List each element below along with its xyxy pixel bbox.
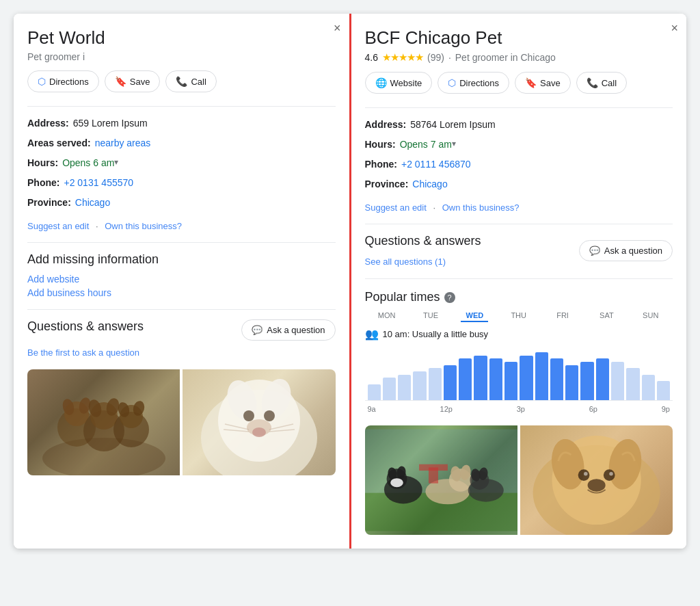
chart-bar-11[interactable] — [535, 352, 548, 400]
left-save-button[interactable]: 🔖 Save — [105, 70, 161, 92]
chart-bar-15[interactable] — [596, 358, 609, 400]
day-label-wed[interactable]: WED — [461, 311, 488, 322]
right-call-button[interactable]: 📞 Call — [576, 72, 627, 94]
right-qa-header: Questions & answers See all questions (1… — [365, 234, 673, 267]
days-row: MONTUEWEDTHUFRISATSUN — [365, 311, 673, 322]
bookmark-icon: 🔖 — [115, 76, 126, 87]
add-missing-title: Add missing information — [27, 252, 336, 267]
day-label-thu[interactable]: THU — [505, 311, 533, 322]
left-suggest-edit-link[interactable]: Suggest an edit — [27, 221, 89, 231]
left-province-row: Province: Chicago — [27, 196, 336, 210]
chart-bar-6[interactable] — [459, 358, 472, 400]
chart-bar-2[interactable] — [398, 375, 411, 400]
golden-dog-silhouette — [520, 425, 673, 535]
chart-bar-18[interactable] — [642, 375, 655, 400]
right-close-button[interactable]: × — [671, 22, 678, 34]
right-see-all-link[interactable]: See all questions (1) — [365, 256, 446, 267]
day-label-fri[interactable]: FRI — [549, 311, 576, 322]
chart-bar-10[interactable] — [520, 356, 533, 400]
right-province-row: Province: Chicago — [365, 177, 673, 192]
time-label-9a: 9a — [368, 405, 376, 413]
left-qa-header: Questions & answers 💬 Ask a question — [27, 319, 336, 341]
left-info-section: Address: 659 Lorem Ipsum Areas served: n… — [27, 116, 336, 210]
phone-icon: 📞 — [176, 76, 187, 87]
chart-bar-13[interactable] — [565, 365, 578, 400]
left-action-buttons: ⬡ Directions 🔖 Save 📞 Call — [27, 70, 336, 92]
help-icon[interactable]: ? — [444, 292, 455, 303]
left-photo-2[interactable] — [183, 369, 335, 475]
svg-point-49 — [609, 472, 613, 476]
day-label-sun[interactable]: SUN — [637, 311, 664, 322]
left-own-business-link[interactable]: Own this business? — [105, 221, 182, 231]
chart-bar-1[interactable] — [383, 378, 396, 400]
chart-bar-12[interactable] — [550, 358, 563, 400]
right-phone-link[interactable]: +2 0111 456870 — [401, 157, 471, 172]
time-label-3p: 3p — [517, 405, 525, 413]
day-label-tue[interactable]: TUE — [417, 311, 444, 322]
left-business-type: Pet groomer i — [27, 51, 336, 62]
left-phone-link[interactable]: +2 0131 455570 — [64, 176, 133, 190]
right-photos-grid — [365, 425, 673, 535]
left-qa-section: Questions & answers 💬 Ask a question Be … — [27, 319, 336, 358]
right-province-link[interactable]: Chicago — [412, 177, 447, 192]
day-label-sat[interactable]: SAT — [593, 311, 620, 322]
left-photo-1[interactable] — [27, 369, 180, 475]
day-label-mon[interactable]: MON — [373, 311, 401, 322]
left-areas-link[interactable]: nearby areas — [95, 136, 151, 150]
right-photo-1[interactable] — [365, 425, 517, 535]
right-stars: ★★★★★ — [382, 51, 423, 64]
time-labels: 9a12p3p6p9p — [365, 404, 673, 414]
directions-icon: ⬡ — [38, 76, 46, 87]
right-address-row: Address: 58764 Lorem Ipsum — [365, 118, 673, 132]
busy-info: 👥 10 am: Usually a little busy — [365, 328, 673, 341]
directions-icon: ⬡ — [448, 77, 456, 88]
left-call-button[interactable]: 📞 Call — [165, 70, 216, 92]
chart-bar-8[interactable] — [489, 358, 502, 400]
chart-bar-14[interactable] — [580, 362, 593, 400]
right-save-button[interactable]: 🔖 Save — [515, 72, 571, 94]
right-ask-button[interactable]: 💬 Ask a question — [579, 240, 673, 261]
right-website-button[interactable]: 🌐 Website — [365, 72, 433, 94]
left-hours-row: Hours: Opens 6 am ▾ — [27, 156, 336, 170]
left-close-button[interactable]: × — [334, 22, 341, 34]
left-address-row: Address: 659 Lorem Ipsum — [27, 116, 336, 131]
chart-container — [365, 346, 673, 401]
left-hours-toggle[interactable]: ▾ — [114, 156, 118, 170]
chart-bar-7[interactable] — [474, 356, 487, 400]
chart-bar-5[interactable] — [444, 365, 457, 400]
svg-point-31 — [390, 478, 403, 487]
right-rating-row: 4.6 ★★★★★ (99) · Pet groomer in Chicago — [365, 51, 673, 64]
svg-rect-41 — [419, 464, 448, 471]
left-ask-button[interactable]: 💬 Ask a question — [241, 319, 335, 341]
add-hours-link[interactable]: Add business hours — [27, 287, 336, 298]
right-directions-button[interactable]: ⬡ Directions — [438, 72, 509, 94]
chart-bar-16[interactable] — [611, 362, 624, 400]
svg-point-47 — [604, 469, 615, 481]
left-areas-row: Areas served: nearby areas — [27, 136, 336, 150]
left-divider-3 — [27, 309, 336, 310]
right-hours-toggle[interactable]: ▾ — [452, 137, 456, 152]
dog-silhouette-1 — [29, 369, 179, 475]
svg-point-17 — [243, 410, 254, 421]
left-directions-button[interactable]: ⬡ Directions — [27, 70, 99, 92]
right-business-type: · — [448, 52, 451, 63]
left-province-link[interactable]: Chicago — [75, 196, 110, 210]
chart-bar-17[interactable] — [626, 368, 639, 400]
right-photo-2[interactable] — [520, 425, 673, 535]
svg-point-20 — [252, 427, 266, 437]
add-missing-section: Add missing information Add website Add … — [27, 252, 336, 298]
right-action-buttons: 🌐 Website ⬡ Directions 🔖 Save 📞 Call — [365, 72, 673, 94]
chart-bar-19[interactable] — [657, 381, 670, 400]
right-qa-section: Questions & answers See all questions (1… — [365, 234, 673, 267]
chart-bar-9[interactable] — [504, 362, 517, 400]
chat-icon: 💬 — [252, 325, 262, 335]
add-website-link[interactable]: Add website — [27, 274, 336, 285]
right-divider-1 — [365, 107, 673, 108]
right-suggest-edit-link[interactable]: Suggest an edit — [365, 202, 427, 213]
left-first-ask-link[interactable]: Be the first to ask a question — [27, 347, 139, 358]
chart-bar-0[interactable] — [368, 384, 381, 400]
right-own-business-link[interactable]: Own this business? — [442, 202, 520, 213]
chart-bar-4[interactable] — [429, 368, 442, 400]
chart-bar-3[interactable] — [413, 371, 426, 400]
people-icon: 👥 — [365, 328, 379, 341]
